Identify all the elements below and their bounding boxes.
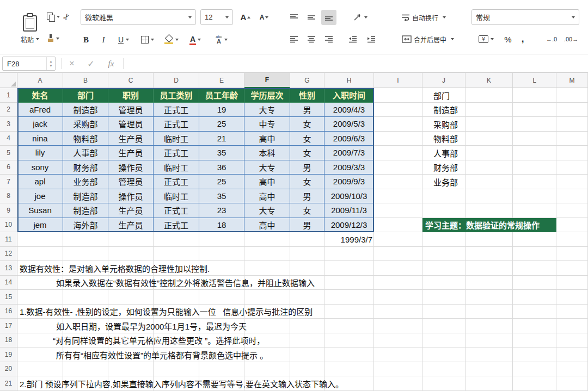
grid-cell-G2[interactable]: 男	[290, 103, 324, 117]
grid-cell-J15[interactable]	[422, 290, 465, 305]
grid-cell-K7[interactable]	[465, 175, 513, 189]
grid-cell-K1[interactable]	[465, 88, 513, 103]
grid-cell-H10[interactable]: 2009/12/3	[324, 218, 374, 233]
column-header-H[interactable]: H	[324, 73, 374, 88]
grid-cell-F7[interactable]: 高中	[244, 175, 290, 189]
grid-cell-I18[interactable]	[374, 333, 422, 348]
grid-cell-L16[interactable]	[513, 305, 556, 319]
grid-cell-D6[interactable]: 临时工	[154, 160, 199, 175]
wrap-text-button[interactable]: 自动换行	[394, 10, 453, 25]
number-format-select[interactable]: 常规	[471, 9, 579, 25]
grid-cell-A18[interactable]	[17, 333, 63, 348]
column-header-D[interactable]: D	[154, 73, 199, 88]
grid-cell-J7[interactable]	[422, 175, 465, 189]
grid-cell-J11[interactable]	[422, 232, 465, 247]
grid-cell-I13[interactable]	[374, 261, 422, 276]
grid-cell-E16[interactable]	[199, 305, 244, 319]
grid-cell-H5[interactable]: 2009/7/3	[324, 146, 374, 160]
grid-cell-I17[interactable]	[374, 319, 422, 333]
grid-cell-B7[interactable]: 业务部	[63, 175, 108, 189]
grid-cell-L21[interactable]	[513, 376, 556, 391]
row-header-2[interactable]: 2	[0, 103, 17, 117]
grid-cell-C8[interactable]: 操作员	[108, 189, 154, 204]
grid-cell-J19[interactable]	[422, 347, 465, 362]
grid-cell-K5[interactable]	[465, 146, 513, 160]
grid-cell-A5[interactable]: lily	[17, 146, 63, 160]
grid-cell-L14[interactable]	[513, 276, 556, 290]
grid-cell-D16[interactable]	[154, 305, 199, 319]
grid-cell-F1[interactable]: 学历层次	[244, 88, 290, 103]
grid-cell-G18[interactable]	[290, 333, 324, 348]
grid-cell-B4[interactable]: 物料部	[63, 132, 108, 146]
grid-cell-K8[interactable]	[465, 189, 513, 204]
grid-cell-B6[interactable]: 财务部	[63, 160, 108, 175]
shrink-font-button[interactable]: A	[256, 9, 272, 25]
grid-cell-C9[interactable]: 生产员	[108, 203, 154, 218]
column-header-M[interactable]: M	[556, 73, 588, 88]
grid-cell-I4[interactable]	[374, 132, 422, 146]
cut-button[interactable]: ✂	[60, 10, 73, 24]
row-header-20[interactable]: 20	[0, 362, 17, 377]
grid-cell-A3[interactable]: jack	[17, 117, 63, 132]
grid-cell-F16[interactable]	[244, 305, 290, 319]
italic-button[interactable]: I	[97, 33, 110, 47]
grid-cell-B11[interactable]	[63, 232, 108, 247]
grid-cell-L12[interactable]	[513, 247, 556, 262]
grid-cell-E8[interactable]: 35	[199, 189, 244, 204]
grid-cell-A6[interactable]: sony	[17, 160, 63, 175]
grid-cell-H2[interactable]: 2009/4/3	[324, 103, 374, 117]
grid-cell-A16[interactable]	[17, 305, 63, 319]
grid-cell-G6[interactable]: 男	[290, 160, 324, 175]
grid-cell-C10[interactable]: 生产员	[108, 218, 154, 233]
grid-cell-D15[interactable]	[154, 290, 199, 305]
grid-cell-F21[interactable]	[244, 376, 290, 391]
align-center-button[interactable]	[304, 32, 319, 47]
grid-cell-B2[interactable]: 制造部	[63, 103, 108, 117]
grid-cell-M7[interactable]	[556, 175, 588, 189]
phonetic-guide-button[interactable]: abc A	[210, 33, 233, 47]
grid-cell-K15[interactable]	[465, 290, 513, 305]
align-bottom-button[interactable]	[321, 10, 336, 25]
grid-cell-L17[interactable]	[513, 319, 556, 333]
grid-cell-E20[interactable]	[199, 362, 244, 377]
grid-cell-G9[interactable]: 女	[290, 203, 324, 218]
percent-style-button[interactable]: %	[501, 32, 515, 47]
grid-cell-C3[interactable]: 管理员	[108, 117, 154, 132]
grid-cell-B16[interactable]	[63, 305, 108, 319]
grid-cell-M13[interactable]	[556, 261, 588, 276]
grid-cell-I10[interactable]	[374, 218, 422, 233]
grid-cell-J13[interactable]	[422, 261, 465, 276]
grid-cell-F2[interactable]: 大专	[244, 103, 290, 117]
grid-cell-G12[interactable]	[290, 247, 324, 262]
grid-cell-E6[interactable]: 36	[199, 160, 244, 175]
increase-indent-button[interactable]	[364, 32, 379, 47]
grid-cell-E11[interactable]	[199, 232, 244, 247]
grid-cell-C13[interactable]	[108, 261, 154, 276]
grid-cell-K16[interactable]	[465, 305, 513, 319]
row-header-13[interactable]: 13	[0, 261, 17, 276]
grid-cell-G21[interactable]	[290, 376, 324, 391]
row-header-17[interactable]: 17	[0, 319, 17, 333]
grid-cell-G16[interactable]	[290, 305, 324, 319]
grid-cell-D2[interactable]: 正式工	[154, 103, 199, 117]
grid-cell-D17[interactable]	[154, 319, 199, 333]
grid-cell-J8[interactable]	[422, 189, 465, 204]
grid-cell-M17[interactable]	[556, 319, 588, 333]
grid-cell-A17[interactable]	[17, 319, 63, 333]
grid-cell-E17[interactable]	[199, 319, 244, 333]
grid-cell-C12[interactable]	[108, 247, 154, 262]
grid-cell-M1[interactable]	[556, 88, 588, 103]
grid-cell-M2[interactable]	[556, 103, 588, 117]
grid-cell-D18[interactable]	[154, 333, 199, 348]
row-header-16[interactable]: 16	[0, 305, 17, 319]
confirm-entry-button[interactable]: ✓	[83, 57, 99, 71]
grid-cell-H9[interactable]: 2009/11/3	[324, 203, 374, 218]
grid-cell-I15[interactable]	[374, 290, 422, 305]
grid-cell-G17[interactable]	[290, 319, 324, 333]
grid-cell-A4[interactable]: nina	[17, 132, 63, 146]
grid-cell-B10[interactable]: 海外部	[63, 218, 108, 233]
grid-cell-K18[interactable]	[465, 333, 513, 348]
font-color-button[interactable]: A	[185, 33, 206, 47]
grid-cell-H15[interactable]	[324, 290, 374, 305]
grid-cell-F12[interactable]	[244, 247, 290, 262]
